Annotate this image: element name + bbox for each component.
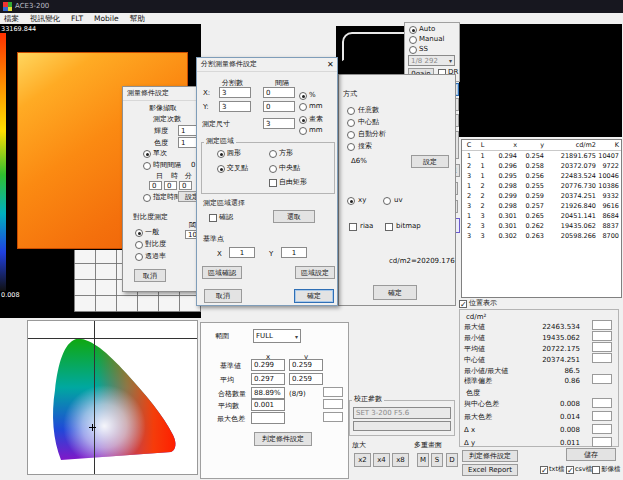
lum-label: 輝度 bbox=[154, 127, 168, 136]
multi-d-button[interactable]: D bbox=[446, 453, 458, 467]
pass-label: 合格數量 bbox=[218, 390, 246, 399]
base-x-field[interactable]: 1 bbox=[229, 247, 255, 258]
close-icon[interactable]: ✕ bbox=[327, 60, 334, 69]
centerpoint-radio[interactable] bbox=[347, 119, 355, 127]
txt-file-label: txt檔 bbox=[549, 465, 564, 474]
size-label: 測定尺寸 bbox=[202, 120, 230, 129]
riaa-checkbox[interactable] bbox=[349, 223, 357, 231]
pixel-label: 畫素 bbox=[309, 115, 323, 124]
centerpt-label: 中央點 bbox=[279, 164, 300, 173]
save-button[interactable]: 儲存 bbox=[566, 448, 616, 461]
table-row: 130.3010.26520451.1418684 bbox=[462, 211, 621, 221]
pick-button[interactable]: 選取 bbox=[273, 210, 315, 223]
interval-radio[interactable] bbox=[143, 162, 151, 170]
ss-radio[interactable] bbox=[409, 46, 417, 54]
title-bar: ACE3-200 bbox=[0, 0, 623, 13]
chroma-section-label: 色度 bbox=[466, 389, 480, 398]
manual-radio[interactable] bbox=[409, 36, 417, 44]
arbitrary-radio[interactable] bbox=[347, 107, 355, 115]
cancel-button[interactable]: 取消 bbox=[134, 269, 166, 282]
shutter-dropdown[interactable]: 1/8 292▾ bbox=[408, 55, 455, 66]
ref-y-field[interactable]: 0.259 bbox=[289, 359, 323, 371]
autoanalyze-label: 自動分析 bbox=[358, 130, 386, 139]
chevron-down-icon: ▾ bbox=[295, 333, 298, 340]
x-div-field[interactable]: 3 bbox=[219, 87, 251, 98]
min-field[interactable]: 0 bbox=[179, 181, 192, 190]
mm2-radio[interactable] bbox=[299, 127, 307, 135]
cross-radio[interactable] bbox=[217, 165, 225, 173]
timer-radio[interactable] bbox=[143, 194, 151, 202]
mode-set-button[interactable]: 設定 bbox=[411, 155, 449, 168]
bitmap-checkbox[interactable] bbox=[385, 223, 393, 231]
interval-label: 時間間隔 bbox=[153, 161, 181, 170]
circle-radio[interactable] bbox=[217, 150, 225, 158]
zoom-x8-button[interactable]: x8 bbox=[392, 453, 409, 467]
judge-result-box bbox=[592, 374, 612, 384]
centerpt-radio[interactable] bbox=[269, 165, 277, 173]
table-row: 120.2980.25520776.73010386 bbox=[462, 181, 621, 191]
judge-result-box bbox=[592, 320, 612, 330]
lum-unit-label: cd/m² bbox=[466, 313, 486, 322]
csv-file-label: csv檔 bbox=[575, 465, 592, 474]
transmit-radio[interactable] bbox=[135, 253, 143, 261]
judge-condition-button[interactable]: 判定條件設定 bbox=[462, 450, 518, 462]
calibration-set-field: SET 3-200 F5.6 bbox=[353, 407, 451, 419]
multi-s-button[interactable]: S bbox=[431, 453, 443, 467]
x-gap-field[interactable]: 0 bbox=[263, 87, 295, 98]
multi-m-button[interactable]: M bbox=[417, 453, 429, 467]
auto-radio[interactable] bbox=[409, 26, 417, 34]
table-row: 220.2990.25920374.2519332 bbox=[462, 191, 621, 201]
day-field[interactable]: 0 bbox=[149, 181, 162, 190]
area-set-button[interactable]: 區域設定 bbox=[295, 266, 335, 279]
timer-label: 指定時間 bbox=[153, 193, 181, 202]
window-title: ACE3-200 bbox=[15, 2, 49, 10]
size-field[interactable]: 3 bbox=[263, 118, 295, 129]
bitmap-label: bitmap bbox=[396, 222, 421, 231]
crosshair-horizontal bbox=[28, 338, 197, 339]
range-dropdown[interactable]: FULL▾ bbox=[253, 329, 301, 343]
base-y-field[interactable]: 1 bbox=[281, 247, 307, 258]
results-table[interactable]: C L x y cd/m2 K 110.2940.25421891.675104… bbox=[461, 139, 622, 298]
mm2-label: mm bbox=[309, 126, 323, 135]
freerect-checkbox[interactable] bbox=[269, 179, 277, 187]
app-window: ACE3-200 檔案視訊變化FLTMobile幫助 33169.844 0.0… bbox=[0, 0, 623, 480]
image-file-checkbox[interactable] bbox=[592, 466, 600, 474]
position-display-checkbox[interactable] bbox=[459, 300, 467, 308]
y-div-field[interactable]: 3 bbox=[219, 101, 251, 112]
cancel-button[interactable]: 取消 bbox=[204, 289, 242, 303]
txt-file-checkbox[interactable] bbox=[540, 466, 548, 474]
contrast-radio[interactable] bbox=[135, 241, 143, 249]
ref-x-field[interactable]: 0.299 bbox=[251, 359, 285, 371]
confirm-checkbox[interactable] bbox=[209, 214, 217, 222]
judge-result-box bbox=[592, 437, 612, 447]
csv-file-checkbox[interactable] bbox=[566, 466, 574, 474]
judge-result-box bbox=[592, 342, 612, 352]
percent-radio[interactable] bbox=[299, 92, 307, 100]
position-display-label: 位置表示 bbox=[469, 299, 497, 308]
area-confirm-button[interactable]: 區域確認 bbox=[202, 266, 242, 279]
contrast-label: 對比度 bbox=[145, 240, 166, 249]
y-gap-field[interactable]: 0 bbox=[263, 101, 295, 112]
crosshair-vertical bbox=[94, 321, 95, 474]
xy-radio[interactable] bbox=[347, 197, 355, 205]
base-x-label: X bbox=[217, 250, 222, 259]
search-label: 搜索 bbox=[358, 142, 372, 151]
mm-radio[interactable] bbox=[299, 103, 307, 111]
search-radio[interactable] bbox=[347, 143, 355, 151]
square-radio[interactable] bbox=[269, 150, 277, 158]
ok-button[interactable]: 確定 bbox=[294, 289, 334, 303]
zoom-x2-button[interactable]: x2 bbox=[354, 453, 371, 467]
single-radio[interactable] bbox=[143, 150, 151, 158]
pixel-radio[interactable] bbox=[299, 116, 307, 124]
day-label: 日 bbox=[156, 172, 163, 181]
autoanalyze-radio[interactable] bbox=[347, 131, 355, 139]
zoom-x4-button[interactable]: x4 bbox=[373, 453, 390, 467]
split-measure-dialog: 分割測量條件設定 ✕ 分割數 間隔 X: 3 0 Y: 3 0 % mm 測定尺… bbox=[196, 57, 338, 306]
freerect-label: 自由矩形 bbox=[279, 178, 307, 187]
general-radio[interactable] bbox=[135, 229, 143, 237]
hour-field[interactable]: 0 bbox=[164, 181, 177, 190]
excel-report-button[interactable]: Excel Report bbox=[462, 464, 518, 476]
mode-ok-button[interactable]: 確定 bbox=[373, 285, 417, 300]
judge-condition-button[interactable]: 判定條件設定 bbox=[254, 432, 312, 446]
uv-radio[interactable] bbox=[383, 197, 391, 205]
